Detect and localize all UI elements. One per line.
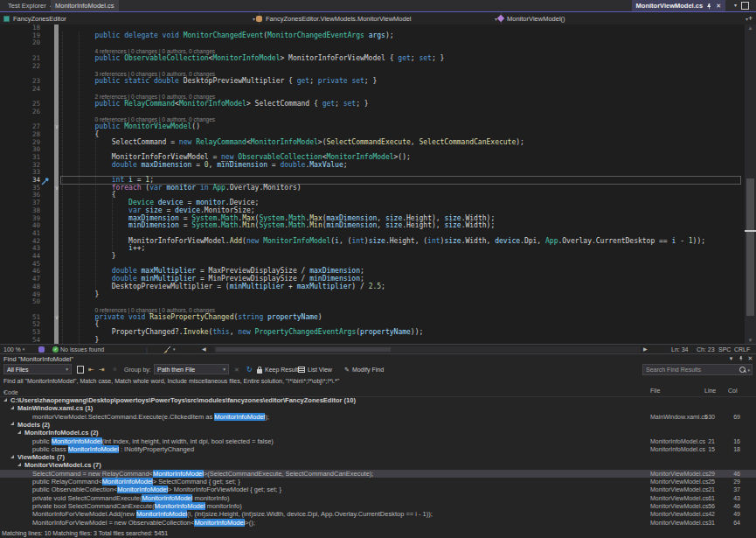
find-result-row[interactable]: public ObservableCollection<MonitorInfoM… [0,486,756,493]
expand-arrow-icon[interactable] [3,398,7,402]
search-find-results-box[interactable]: ▾ [642,364,753,375]
breadcrumb-member-dropdown[interactable]: MonitorViewModel() ▾ [495,12,752,24]
next-location-button[interactable]: ⇥ [99,365,105,374]
find-result-row[interactable]: public MonitorInfoModel(int index, int h… [0,437,756,445]
tab-monitorviewmodel-active[interactable]: MonitorViewModel.cs ✕ [632,0,725,11]
code-line[interactable]: PropertyChanged?.Invoke(this, new Proper… [61,329,423,337]
class-icon [256,16,262,22]
code-text-layer[interactable]: public delegate void MonitorChangedEvent… [61,24,745,344]
caret-position-mark [745,230,756,232]
line-number[interactable]: 22 [5,63,40,71]
find-result-row[interactable]: MonitorViewModel.cs (7) [0,461,756,469]
find-line-cell: 61 [692,494,715,502]
find-result-row[interactable]: public class MonitorInfoModel : INotifyP… [0,445,756,453]
code-line[interactable]: public static double DesktopPreviewMulti… [61,78,377,86]
tab-overflow-chevron-icon[interactable]: ▾ [734,2,737,8]
find-result-row[interactable]: MonitorInfoForViewModel.Add(new MonitorI… [0,510,756,518]
find-result-row[interactable]: monitorViewModel.SelectCommand.Execute(e… [0,413,756,421]
find-match-text: MonitorInfoForViewModel = new Observable… [32,519,255,527]
keep-results-button[interactable]: Keep Results [257,365,302,374]
tab-label: MonitorViewModel.cs [636,0,704,11]
column-file[interactable]: File [650,388,660,394]
close-icon[interactable]: ✕ [716,0,721,11]
scroll-up-icon[interactable]: ▲ [745,24,756,31]
health-icon [38,346,45,353]
group-by-dropdown[interactable]: Path then File ▾ [154,364,229,374]
expand-arrow-icon[interactable] [17,430,21,434]
code-line[interactable]: MonitorInfoForViewModel.Add(new MonitorI… [61,238,705,246]
breadcrumb-type-dropdown[interactable]: FancyZonesEditor.ViewModels.MonitorViewM… [253,12,502,24]
scrollbar-thumb[interactable] [746,178,754,316]
find-result-row[interactable]: private void SelectCommandExecute(Monito… [0,494,756,502]
find-result-row[interactable]: private bool SelectCommandCanExecute(Mon… [0,502,756,510]
line-number[interactable]: 50 [5,298,40,306]
find-result-row[interactable]: MainWindow.xaml.cs (1) [0,404,756,412]
editor-vertical-scrollbar[interactable]: ▲ ▼ [745,24,756,344]
float-window-icon[interactable] [741,2,749,10]
scroll-down-icon[interactable]: ▼ [745,337,756,344]
find-result-row[interactable]: MonitorInfoForViewModel = new Observable… [0,519,756,527]
search-input[interactable] [643,367,739,373]
find-col-cell: 37 [718,486,740,493]
close-icon[interactable]: ✕ [746,355,754,362]
refresh-search-button[interactable]: ↻ [246,365,253,374]
code-line[interactable]: } [61,337,99,344]
broom-icon [163,346,171,353]
line-number[interactable]: 54 [5,337,40,344]
expand-arrow-icon[interactable] [10,422,14,425]
find-criteria-summary: Find all "MonitorInfoModel", Match case,… [3,378,339,384]
column-line[interactable]: Line [704,388,716,394]
clear-filter-icon[interactable]: ✧ [112,365,118,374]
expand-arrow-icon[interactable] [17,463,21,466]
split-editor-icon[interactable]: + [748,14,753,23]
pin-icon[interactable] [706,3,712,10]
chevron-down-icon[interactable]: ▾ [747,367,750,373]
find-result-row[interactable]: public RelayCommand<MonitorInfoModel> Se… [0,478,756,486]
group-by-label: Group by: [124,365,151,374]
line-number-gutter[interactable]: 1819202122232425262728293031323334353637… [0,24,42,344]
find-line-cell: 21 [692,437,715,445]
code-line[interactable]: DesktopPreviewMultiplier = (minMultiplie… [61,283,385,291]
code-line[interactable]: } [61,253,116,261]
quick-actions-screwdriver-icon[interactable] [41,178,50,185]
code-line[interactable]: } [61,291,99,299]
tab-monitorinfomodel[interactable]: MonitorInfoModel.cs [51,0,119,11]
find-result-row[interactable]: ViewModels (7) [0,453,756,461]
find-result-row[interactable]: C:\Users\zhaopengwang\Desktop\powertoys\… [0,396,756,404]
find-col-cell: 29 [718,478,740,486]
code-line[interactable]: public RelayCommand<MonitorInfoModel> Se… [61,101,369,108]
find-result-row[interactable]: MonitorInfoModel.cs (2) [0,429,756,437]
list-view-button[interactable]: List View [298,365,332,374]
find-line-cell: 31 [692,519,715,527]
find-match-text: private bool SelectCommandCanExecute(Mon… [32,502,242,510]
code-line[interactable]: public delegate void MonitorChangedEvent… [61,32,394,40]
column-col[interactable]: Col [728,388,738,394]
code-line[interactable]: private void RaisePropertyChanged(string… [61,314,323,322]
expand-arrow-icon[interactable] [10,406,14,409]
expand-arrow-icon[interactable] [10,455,14,458]
find-result-row[interactable]: SelectCommand = new RelayCommand<Monitor… [0,470,756,478]
line-number[interactable]: 26 [5,108,40,116]
find-results-list[interactable]: C:\Users\zhaopengwang\Desktop\powertoys\… [0,396,756,528]
code-editor[interactable]: 1819202122232425262728293031323334353637… [0,24,756,344]
code-line[interactable]: SelectCommand = new RelayCommand<Monitor… [61,139,524,147]
list-view-label: List View [308,367,332,373]
modify-find-button[interactable]: ✎ Modify Find [344,365,384,374]
breadcrumb-project-dropdown[interactable]: FancyZonesEditor ▾ [0,12,260,24]
scope-dropdown[interactable]: All Files ▾ [3,364,72,374]
title-bar: Test Explorer MonitorInfoModel.cs Monito… [0,0,756,11]
scrollbar-thumb[interactable] [216,347,391,352]
code-line[interactable]: minDimension = System.Math.Min(System.Ma… [61,222,495,230]
window-position-chevron-icon[interactable]: ▾ [727,355,735,362]
pin-icon[interactable] [737,355,745,362]
editor-horizontal-scrollbar[interactable] [214,346,641,353]
code-line[interactable]: public ObservableCollection<MonitorInfoM… [61,55,444,63]
line-number[interactable]: 24 [5,86,40,94]
previous-location-button[interactable]: ⇤ [88,365,94,374]
find-result-row[interactable]: Models (2) [0,421,756,429]
find-group-label: C:\Users\zhaopengwang\Desktop\powertoys\… [10,396,356,404]
stop-search-icon: ✕ [234,365,239,374]
line-number[interactable]: 20 [5,39,40,47]
copy-results-button[interactable] [77,365,84,374]
code-line[interactable]: double maxDimension = 0, minDimension = … [61,162,348,170]
